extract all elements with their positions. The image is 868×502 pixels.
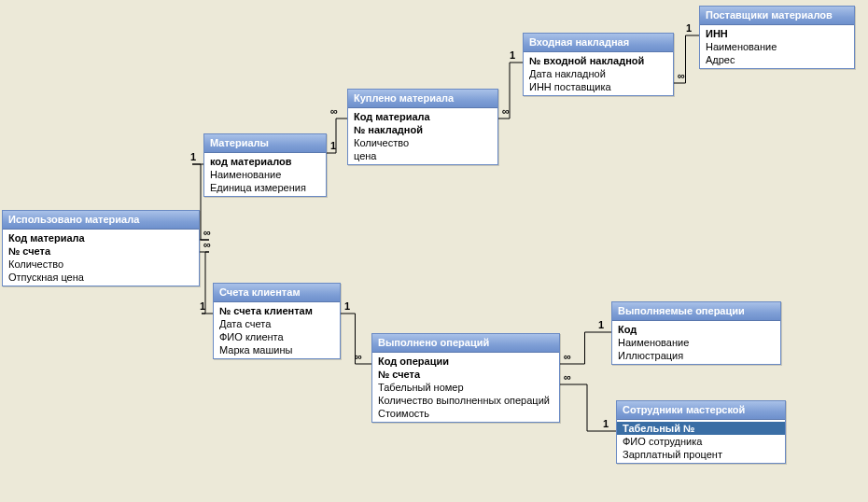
entity-title[interactable]: Счета клиентам (214, 284, 340, 302)
entity-field[interactable]: Код материала (3, 231, 199, 244)
relationship-line (672, 35, 699, 83)
entity-title[interactable]: Куплено материала (348, 90, 497, 108)
entity-title[interactable]: Выполняемые операции (612, 302, 780, 321)
entity-field[interactable]: ФИО сотрудника (617, 435, 785, 448)
cardinality-label: 1 (510, 49, 515, 61)
cardinality-label: ∞ (203, 227, 211, 238)
cardinality-label: ∞ (355, 351, 362, 362)
entity-fields: код материаловНаименованиеЕдиница измере… (204, 153, 326, 196)
entity-field[interactable]: Код (612, 323, 780, 336)
entity-field[interactable]: Табельный номер (372, 381, 559, 394)
cardinality-label: ∞ (330, 105, 338, 117)
entity-field[interactable]: № счета клиентам (214, 304, 340, 317)
cardinality-label: 1 (686, 22, 692, 34)
entity-employees[interactable]: Сотрудники мастерскойТабельный №ФИО сотр… (616, 400, 786, 464)
entity-bought_material[interactable]: Куплено материалаКод материала№ накладно… (347, 89, 498, 165)
entity-field[interactable]: Иллюстрация (612, 349, 780, 362)
entity-field[interactable]: ФИО клиента (214, 330, 340, 343)
entity-field[interactable]: Отпускная цена (3, 271, 199, 284)
entity-title[interactable]: Сотрудники мастерской (617, 401, 785, 420)
cardinality-label: 1 (330, 140, 336, 151)
entity-field[interactable]: № входной накладной (524, 54, 673, 67)
entity-field[interactable]: Наименование (204, 168, 326, 181)
cardinality-label: ∞ (203, 239, 211, 250)
cardinality-label: ∞ (502, 105, 510, 117)
entity-field[interactable]: Адрес (700, 53, 854, 66)
cardinality-label: 1 (200, 300, 205, 312)
entity-field[interactable]: Зарплатный процент (617, 448, 785, 461)
entity-field[interactable]: Наименование (700, 40, 854, 53)
entity-used_material[interactable]: Использовано материалаКод материала№ сче… (2, 210, 200, 286)
entity-field[interactable]: ИНН поставщика (524, 80, 673, 93)
cardinality-label: ∞ (564, 351, 571, 362)
entity-field[interactable]: Количество выполненных операций (372, 394, 559, 407)
entity-materials[interactable]: Материалыкод материаловНаименованиеЕдини… (203, 133, 327, 197)
entity-title[interactable]: Поставщики материалов (700, 7, 854, 25)
entity-field[interactable]: Марка машины (214, 343, 340, 356)
entity-field[interactable]: цена (348, 149, 497, 162)
entity-fields: КодНаименованиеИллюстрация (612, 321, 780, 364)
entity-field[interactable]: Табельный № (617, 422, 785, 435)
entity-fields: № входной накладнойДата накладнойИНН пос… (524, 52, 673, 95)
entity-fields: Код материала№ счетаКоличествоОтпускная … (3, 230, 199, 286)
entity-fields: Код материала№ накладнойКоличествоцена (348, 108, 497, 164)
cardinality-label: ∞ (564, 371, 571, 383)
entity-field[interactable]: Дата счета (214, 317, 340, 330)
entity-field[interactable]: Наименование (612, 336, 780, 349)
entity-field[interactable]: Код материала (348, 110, 497, 123)
entity-fields: Табельный №ФИО сотрудникаЗарплатный проц… (617, 420, 785, 463)
cardinality-label: 1 (598, 319, 604, 330)
entity-title[interactable]: Выполнено операций (372, 334, 559, 353)
entity-field[interactable]: № счета (372, 368, 559, 381)
entity-fields: № счета клиентамДата счетаФИО клиентаМар… (214, 302, 340, 358)
entity-operations[interactable]: Выполняемые операцииКодНаименованиеИллюс… (611, 301, 781, 365)
cardinality-label: 1 (344, 300, 350, 312)
entity-field[interactable]: Дата накладной (524, 67, 673, 80)
entity-field[interactable]: Стоимость (372, 407, 559, 420)
entity-field[interactable]: Количество (3, 258, 199, 271)
entity-fields: ИНННаименованиеАдрес (700, 25, 854, 68)
entity-field[interactable]: ИНН (700, 27, 854, 40)
entity-fields: Код операции№ счетаТабельный номерКоличе… (372, 353, 559, 422)
cardinality-label: 1 (603, 418, 609, 429)
cardinality-label: 1 (190, 151, 196, 162)
entity-client_accounts[interactable]: Счета клиентам№ счета клиентамДата счета… (213, 283, 341, 359)
entity-title[interactable]: Использовано материала (3, 211, 199, 230)
entity-title[interactable]: Входная накладная (524, 34, 673, 52)
entity-field[interactable]: Код операции (372, 355, 559, 368)
entity-field[interactable]: № счета (3, 244, 199, 258)
entity-field[interactable]: Количество (348, 136, 497, 149)
entity-title[interactable]: Материалы (204, 134, 326, 153)
relationship-line (497, 63, 523, 119)
entity-field[interactable]: код материалов (204, 155, 326, 168)
entity-suppliers[interactable]: Поставщики материаловИНННаименованиеАдре… (699, 6, 855, 69)
cardinality-label: ∞ (678, 70, 685, 81)
entity-operations_done[interactable]: Выполнено операцийКод операции№ счетаТаб… (371, 333, 560, 423)
entity-field[interactable]: № накладной (348, 123, 497, 136)
entity-incoming_invoice[interactable]: Входная накладная№ входной накладнойДата… (523, 33, 674, 96)
entity-field[interactable]: Единица измерения (204, 181, 326, 194)
